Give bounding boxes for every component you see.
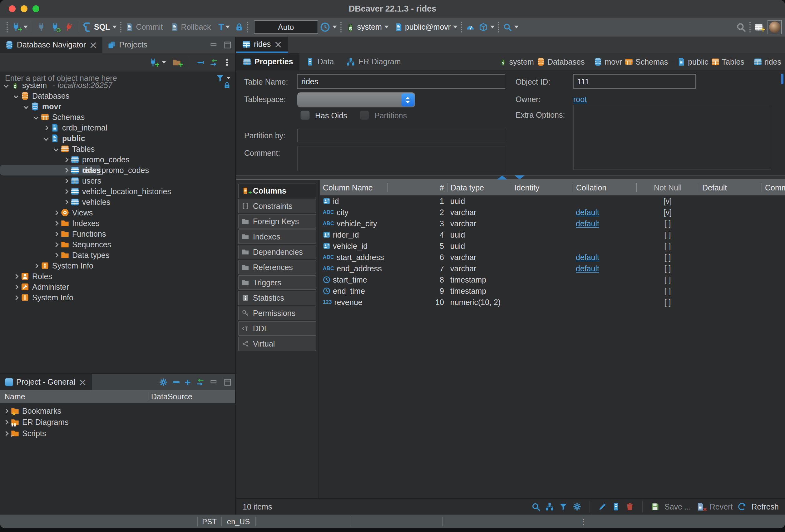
side-tab-constraints[interactable]: Constraints (238, 199, 316, 213)
side-tab-triggers[interactable]: Triggers (238, 275, 316, 290)
expand-up-icon[interactable] (497, 175, 507, 179)
tab-projects[interactable]: Projects (102, 37, 152, 53)
breadcrumb-schemas[interactable]: Schemas (625, 57, 675, 67)
table-name-input[interactable] (297, 74, 505, 88)
lock-icon[interactable] (235, 23, 244, 31)
side-tab-virtual[interactable]: Virtual (238, 336, 316, 351)
gear-icon[interactable] (159, 378, 168, 386)
tree-item-tables[interactable]: Tables (0, 144, 235, 154)
tree-item-crdb-internal[interactable]: crdb_internal (0, 122, 235, 133)
close-icon[interactable]: × (78, 377, 87, 387)
partition-by-input[interactable] (297, 129, 505, 142)
link-with-editor-icon[interactable] (196, 378, 204, 386)
tab-er-diagram[interactable]: ER Diagram (340, 53, 407, 70)
edit-pencil-icon[interactable] (598, 502, 607, 511)
side-tab-permissions[interactable]: Permissions (238, 306, 316, 320)
column-row-start-time[interactable]: start_time 8timestamp [ ] (320, 274, 785, 285)
side-tab-dependencies[interactable]: Dependencies (238, 245, 316, 259)
tree-item-user-promo-codes[interactable]: user_promo_codes (0, 165, 235, 175)
tree-item-vehicle-location-histories[interactable]: vehicle_location_histories (0, 186, 235, 197)
close-icon[interactable]: × (89, 40, 97, 50)
transfer-dropdown[interactable] (490, 26, 495, 28)
tree-item-sequences[interactable]: Sequences (0, 239, 235, 250)
maximize-panel-icon[interactable] (223, 41, 232, 49)
view-menu-icon[interactable] (223, 58, 231, 67)
revert-button[interactable]: Revert (710, 502, 733, 511)
tree-item-administer[interactable]: Administer (0, 282, 235, 292)
scrollbar-thumb[interactable] (781, 74, 783, 84)
tree-item-movr[interactable]: movr (0, 101, 235, 112)
new-window-button[interactable]: + (754, 23, 763, 31)
tree-item-functions[interactable]: Functions (0, 229, 235, 239)
tablespace-select[interactable] (297, 93, 415, 107)
project-item-scripts[interactable]: ⌐ Scripts (0, 428, 235, 439)
tree-item-users[interactable]: users (0, 175, 235, 186)
header-collation[interactable]: Collation (573, 183, 636, 192)
disconnect-button[interactable] (63, 21, 74, 33)
database-selector[interactable]: public@movr (405, 23, 451, 31)
filter-dropdown[interactable] (227, 77, 230, 79)
header-ordinal[interactable]: # (387, 183, 447, 192)
breadcrumb-movr[interactable]: movr (593, 57, 622, 67)
column-row-vehicle-city[interactable]: ABCvehicle_city 3varchar default [ ] (320, 218, 785, 229)
tree-item-system-info-movr[interactable]: System Info (0, 260, 235, 271)
new-connection-dropdown[interactable] (23, 26, 28, 28)
header-not-null[interactable]: Not Null (636, 183, 699, 192)
tree-item-indexes[interactable]: Indexes (0, 218, 235, 229)
breadcrumb-tables[interactable]: Tables (711, 57, 751, 67)
tree-item-databases[interactable]: Databases (0, 91, 235, 101)
search-tool-icon[interactable] (503, 23, 512, 31)
new-connection-small-button[interactable]: + (149, 58, 157, 67)
comment-textarea[interactable] (297, 146, 505, 171)
connection-selector[interactable]: system (357, 23, 382, 31)
data-transfer-icon[interactable] (479, 23, 488, 31)
object-id-input[interactable] (573, 74, 696, 88)
tree-item-roles[interactable]: Roles (0, 271, 235, 282)
column-row-end-address[interactable]: ABCend_address 7varchar default [ ] (320, 263, 785, 274)
owner-link[interactable]: root (573, 95, 587, 104)
header-identity[interactable]: Identity (511, 183, 573, 192)
save-button[interactable]: Save ... (664, 502, 691, 511)
rollback-button[interactable]: Rollback (181, 23, 211, 31)
collapse-all-icon[interactable] (196, 58, 205, 67)
project-item-bookmarks[interactable]: ★ Bookmarks (0, 405, 235, 416)
transaction-dropdown[interactable] (225, 26, 230, 28)
column-row-rider-id[interactable]: rider_id 4uuid [ ] (320, 229, 785, 240)
database-dropdown[interactable] (453, 26, 457, 28)
new-connection-button[interactable]: + (11, 23, 20, 31)
tree-item-promo-codes[interactable]: promo_codes (0, 154, 235, 165)
tree-item-schemas[interactable]: Schemas (0, 112, 235, 122)
minimize-panel-icon[interactable] (209, 378, 218, 386)
header-data-type[interactable]: Data type (447, 183, 511, 192)
isolation-combo[interactable]: Auto (254, 20, 318, 34)
delete-trash-icon[interactable] (626, 502, 634, 511)
header-column-name[interactable]: Column Name (320, 183, 387, 192)
tab-project-general[interactable]: Project - General × (0, 374, 92, 390)
header-default[interactable]: Default (699, 183, 762, 192)
side-tab-foreign-keys[interactable]: Foreign Keys (238, 214, 316, 229)
breadcrumb-databases[interactable]: Databases (536, 57, 591, 67)
tab-database-navigator[interactable]: Database Navigator × (0, 37, 102, 53)
project-item-er-diagrams[interactable]: ▮▮ ER Diagrams (0, 416, 235, 428)
filter-icon[interactable] (559, 502, 568, 511)
tree-item-system-info[interactable]: System Info (0, 292, 235, 303)
tree-item-vehicles[interactable]: vehicles (0, 197, 235, 207)
new-folder-button[interactable]: + (172, 58, 181, 67)
column-row-id[interactable]: id 1uuid [v] (320, 196, 785, 207)
maximize-panel-icon[interactable] (223, 378, 232, 386)
expand-all-icon[interactable]: + (184, 377, 191, 387)
extra-options-box[interactable] (573, 105, 771, 170)
commit-button[interactable]: Commit (136, 23, 163, 31)
editor-tab-rides[interactable]: rides × (236, 37, 288, 53)
locale-indicator[interactable]: en_US (221, 515, 255, 528)
timezone-indicator[interactable]: PST (197, 515, 221, 528)
connection-dropdown[interactable] (384, 26, 389, 28)
side-tab-ddl[interactable]: DDL (238, 321, 316, 336)
breadcrumb-rides[interactable]: rides (754, 57, 781, 67)
side-tab-references[interactable]: References (238, 260, 316, 274)
collapse-all-icon[interactable] (173, 381, 180, 383)
breadcrumb-system[interactable]: system (498, 57, 534, 67)
history-dropdown[interactable] (333, 26, 337, 28)
search-grid-icon[interactable] (531, 502, 540, 511)
connect-icon[interactable] (37, 23, 46, 31)
